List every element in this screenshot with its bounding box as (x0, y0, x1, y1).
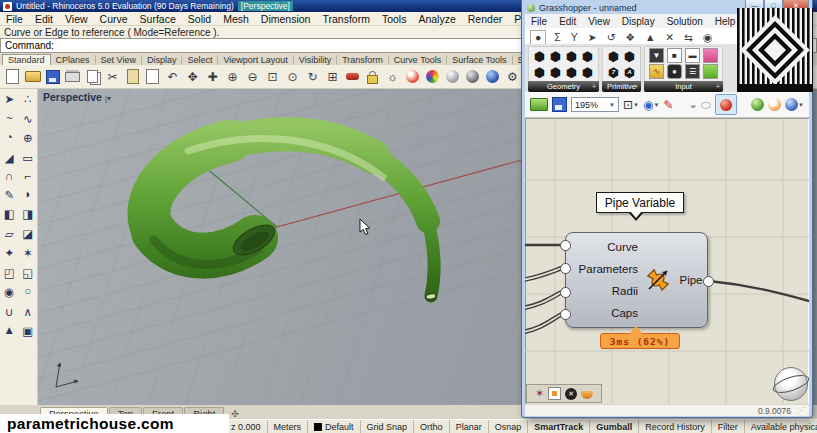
gh-menu-edit[interactable]: Edit (553, 16, 582, 27)
hide-objects-icon[interactable] (343, 67, 362, 86)
menu-curve[interactable]: Curve (94, 13, 134, 25)
toggle-smarttrack[interactable]: SmartTrack (527, 420, 589, 433)
geometry-param-icon[interactable]: ⬢ (548, 48, 563, 64)
toolbar-tab-curve-tools[interactable]: Curve Tools (389, 55, 447, 65)
tab-intersect-icon[interactable]: ✕ (663, 31, 676, 44)
graph-mapper-icon[interactable]: ∿ (649, 64, 664, 79)
toggle-ortho[interactable]: Ortho (413, 420, 449, 433)
undo-icon[interactable]: ↶ (163, 67, 182, 86)
geometry-param-icon[interactable]: ⬢ (548, 64, 563, 80)
print-icon[interactable] (63, 67, 82, 86)
tab-maths-icon[interactable]: Σ (552, 31, 563, 44)
socket-pipe-output[interactable] (703, 276, 714, 287)
image-sampler-icon[interactable] (703, 64, 718, 79)
primitive-param-icon[interactable]: ⬢ (606, 48, 621, 64)
preview-off-icon[interactable]: ◒ (690, 98, 697, 112)
display-blue-icon[interactable]: ▼ (785, 98, 804, 111)
rendered-viewport-icon[interactable] (423, 67, 442, 86)
menu-dimension[interactable]: Dimension (255, 13, 317, 25)
menu-surface[interactable]: Surface (134, 13, 182, 25)
zoom-selected-icon[interactable]: ⊙ (283, 67, 302, 86)
save-document-icon[interactable] (552, 97, 567, 112)
socket-radii[interactable] (560, 287, 571, 298)
menu-transform[interactable]: Transform (316, 13, 375, 25)
menu-file[interactable]: File (0, 13, 29, 25)
move-icon[interactable]: ✚ (203, 67, 222, 86)
light-icon[interactable]: ☼ (383, 67, 402, 86)
toggle-planar[interactable]: Planar (449, 420, 488, 433)
toolbar-tab-cplanes[interactable]: CPlanes (51, 55, 96, 65)
geometry-param-icon[interactable]: ⬢ (580, 48, 595, 64)
circle-icon[interactable]: ◔ (6, 131, 13, 145)
pipe-variable-component[interactable]: Curve Parameters Radii Caps Pipe (565, 232, 708, 328)
panel-icon[interactable] (703, 48, 718, 63)
output-pipe[interactable]: Pipe (679, 274, 702, 286)
toggle-filter[interactable]: Filter (711, 420, 744, 433)
menu-mesh[interactable]: Mesh (217, 13, 255, 25)
socket-curve[interactable] (560, 240, 571, 251)
tab-sets-icon[interactable]: Y (569, 31, 580, 44)
widget-star-icon[interactable]: ✶ (535, 388, 544, 399)
resize-grip-icon[interactable]: ⋰ (796, 406, 804, 415)
toolbar-tab-setview[interactable]: Set View (96, 55, 142, 65)
toggle-record-history[interactable]: Record History (638, 420, 711, 433)
scale-icon[interactable]: ∪ (5, 305, 13, 319)
toolbar-tab-standard[interactable]: Standard (2, 54, 51, 65)
viewport-title-menu[interactable]: Perspective |▾ (43, 91, 111, 103)
viewport-layout-icon[interactable]: ⊞ (323, 67, 342, 86)
sphere-gray-icon[interactable] (443, 67, 462, 86)
geometry-param-icon[interactable]: ⬢ (532, 64, 547, 80)
copy-clipboard-icon[interactable] (123, 67, 142, 86)
boolean-union-icon[interactable]: ✦ (4, 246, 14, 260)
control-points-icon[interactable]: ∿ (23, 112, 33, 126)
copy-file-icon[interactable] (83, 67, 102, 86)
gh-menu-display[interactable]: Display (616, 16, 661, 27)
rectangle-icon[interactable]: ▭ (22, 151, 33, 165)
input-caps[interactable]: Caps (611, 307, 638, 319)
menu-tools[interactable]: Tools (376, 13, 413, 25)
value-list-icon[interactable]: ☰ (685, 64, 700, 79)
save-icon[interactable] (43, 67, 62, 86)
geometry-param-icon[interactable]: ⬢ (564, 48, 579, 64)
zoom-extents-icon[interactable]: ⊡▼ (623, 98, 639, 112)
boolean-difference-icon[interactable]: ✶ (23, 246, 33, 260)
box-icon[interactable]: ◨ (22, 207, 33, 221)
annotate-icon[interactable]: ▣ (22, 324, 33, 338)
toggle-gumball[interactable]: Gumball (589, 420, 638, 433)
select-icon[interactable]: ➤ (4, 92, 14, 106)
grasshopper-titlebar[interactable]: Grasshopper - unnamed (527, 1, 752, 14)
tab-curve-icon[interactable]: ↺ (605, 31, 618, 44)
primitive-param-icon[interactable]: ⬢7 (606, 64, 621, 80)
widget-box-icon[interactable] (548, 387, 561, 400)
value-knob-icon[interactable]: ● (667, 64, 682, 79)
input-parameters[interactable]: Parameters (579, 263, 638, 275)
group-label-input[interactable]: Input (644, 81, 723, 92)
primitive-param-icon[interactable]: ⬢A (622, 64, 637, 80)
menu-edit[interactable]: Edit (29, 13, 59, 25)
toolbar-tab-transform[interactable]: Transform (337, 55, 389, 65)
lock-objects-icon[interactable] (363, 67, 382, 86)
chamfer-icon[interactable]: ◱ (22, 266, 33, 280)
tab-surface-icon[interactable]: ❖ (623, 31, 636, 44)
cut-icon[interactable]: ✂ (103, 67, 122, 86)
group-label-geometry[interactable]: Geometry (528, 81, 599, 92)
polyline-icon[interactable]: ◢ (5, 151, 14, 165)
socket-parameters[interactable] (560, 263, 571, 274)
open-file-icon[interactable] (23, 67, 42, 86)
primitive-param-icon[interactable]: ⬢ (622, 48, 637, 64)
solids-icon[interactable]: ◪ (22, 227, 33, 241)
new-file-icon[interactable] (3, 67, 22, 86)
sketch-pen-icon[interactable]: ✎ (663, 98, 673, 112)
pipe-tool-icon[interactable]: ◗ (24, 188, 31, 202)
preview-eye-icon[interactable]: ◉▼ (643, 98, 659, 112)
zoom-level-dropdown[interactable]: 195% ▼ (571, 97, 619, 112)
zoom-window-icon[interactable]: ⊡ (263, 67, 282, 86)
shaded-viewport-icon[interactable] (403, 67, 422, 86)
toggle-osnap[interactable]: Osnap (488, 420, 528, 433)
paste-icon[interactable] (143, 67, 162, 86)
toolbar-tab-select[interactable]: Select (182, 55, 218, 65)
open-document-icon[interactable] (530, 98, 548, 111)
geometry-param-icon[interactable]: ⬢ (532, 48, 547, 64)
menu-render[interactable]: Render (462, 13, 508, 25)
input-radii[interactable]: Radii (612, 285, 638, 297)
